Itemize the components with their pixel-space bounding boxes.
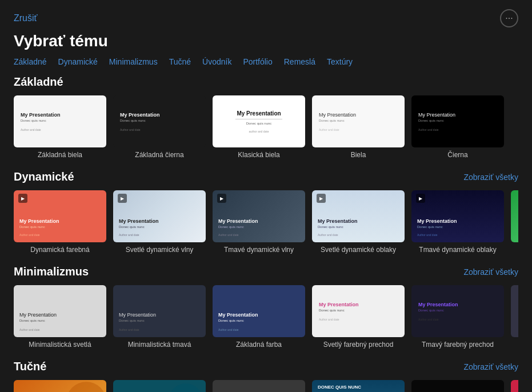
theme-label-tmave-dynamicke-oblaky: Tmavé dynamické oblaky: [419, 246, 496, 254]
section-dynamic-header: Dynamické Zobraziť všetky: [14, 170, 518, 183]
theme-label-minimalisticka-tmava: Minimalistická tmavá: [128, 341, 191, 349]
section-bold-title: Tučné: [14, 360, 46, 373]
section-minimal: Minimalizmus Zobraziť všetky My Presenta…: [0, 265, 532, 360]
theme-zakladna-farba[interactable]: My Presentation Donec quis nunc Author a…: [213, 285, 305, 349]
more-options-button[interactable]: ···: [500, 9, 518, 27]
theme-bold-5[interactable]: DONEC QUIS NUNC MY PRESENTATION: [411, 380, 504, 392]
theme-klasicka-biela[interactable]: My Presentation Donec quis nunc author a…: [213, 95, 305, 159]
theme-label-cierna: Čierna: [447, 151, 467, 159]
theme-thumb-svetly-farebny-prechod: My Presentation Donec quis nunc Author a…: [312, 285, 405, 337]
theme-tmavy-farebny-prechod[interactable]: My Presentation Donec quis nunc Author a…: [411, 285, 504, 349]
theme-thumb-minimalisticka-svetla: My Presentation Donec quis nunc Author a…: [14, 285, 106, 337]
theme-label-svetle-dynamicke-vlny: Svetlé dynamické vlny: [126, 246, 194, 254]
theme-thumb-dynamic-extra: [511, 190, 518, 242]
theme-thumb-bold-1: MYPRESENTATION: [14, 380, 106, 392]
section-bold: Tučné Zobraziť všetky MYPRESENTATION MYP…: [0, 360, 532, 392]
minimal-themes-row: My Presentation Donec quis nunc Author a…: [14, 285, 518, 349]
theme-thumb-cierna: My Presentation Donec quis nunc Author a…: [411, 95, 504, 147]
theme-label-zakladna-farba: Základná farba: [236, 341, 282, 349]
tab-uvodnik[interactable]: Úvodník: [202, 57, 231, 66]
theme-thumb-tmave-dynamicke-vlny: ▶ My Presentation Donec quis nunc Author…: [213, 190, 305, 242]
section-basic: Základné My Presentation Donec quis nunc…: [0, 75, 532, 170]
theme-thumb-bold-3: MY PRESENTATION: [213, 380, 305, 392]
theme-bold-extra[interactable]: [511, 380, 518, 392]
theme-bold-4[interactable]: Donec quis nunc DONEC QUIS NUNC: [312, 380, 405, 392]
theme-label-tmavy-farebny-prechod: Tmavý farebný prechod: [422, 341, 494, 349]
theme-dynamicka-farebna[interactable]: ▶ My Presentation Donec quis nunc Author…: [14, 190, 106, 254]
page-title: Vybrať tému: [0, 32, 532, 57]
theme-svetle-dynamicke-oblaky[interactable]: ▶ My Presentation Donec quis nunc Author…: [312, 190, 405, 254]
theme-thumb-minimalisticka-tmava: My Presentation Donec quis nunc Author a…: [113, 285, 206, 337]
play-icon-3: ▶: [217, 194, 226, 203]
theme-thumb-zakladna-farba: My Presentation Donec quis nunc Author a…: [213, 285, 305, 337]
theme-svetly-farebny-prechod[interactable]: My Presentation Donec quis nunc Author a…: [312, 285, 405, 349]
theme-label-tmave-dynamicke-vlny: Tmavé dynamické vlny: [224, 246, 294, 254]
theme-thumb-minimal-extra: [511, 285, 518, 337]
category-nav: Základné Dynamické Minimalizmus Tučné Úv…: [0, 57, 532, 75]
theme-tmave-dynamicke-vlny[interactable]: ▶ My Presentation Donec quis nunc Author…: [213, 190, 305, 254]
theme-thumb-bold-5: DONEC QUIS NUNC MY PRESENTATION: [411, 380, 504, 392]
theme-label-minimalisticka-svetla: Minimalistická svetlá: [29, 341, 91, 349]
theme-svetle-dynamicke-vlny[interactable]: ▶ My Presentation Donec quis nunc Author…: [113, 190, 206, 254]
theme-bold-3[interactable]: MY PRESENTATION: [213, 380, 305, 392]
dynamic-themes-row: ▶ My Presentation Donec quis nunc Author…: [14, 190, 518, 254]
theme-dynamic-extra[interactable]: [511, 190, 518, 254]
theme-thumb-bold-4: Donec quis nunc DONEC QUIS NUNC: [312, 380, 405, 392]
section-minimal-title: Minimalizmus: [14, 265, 89, 278]
theme-label-dynamicka-farebna: Dynamická farebná: [30, 246, 89, 254]
show-all-dynamic-button[interactable]: Zobraziť všetky: [464, 173, 519, 182]
section-bold-header: Tučné Zobraziť všetky: [14, 360, 518, 373]
theme-bold-1[interactable]: MYPRESENTATION: [14, 380, 106, 392]
theme-zakladna-cierna[interactable]: My Presentation Donec quis nunc Author a…: [113, 95, 206, 159]
show-all-minimal-button[interactable]: Zobraziť všetky: [464, 267, 519, 277]
tab-minimalizmus[interactable]: Minimalizmus: [109, 57, 158, 66]
theme-tmave-dynamicke-oblaky[interactable]: ▶ My Presentation Donec quis nunc Author…: [411, 190, 504, 254]
tab-tucne[interactable]: Tučné: [169, 57, 191, 66]
tab-dynamicke[interactable]: Dynamické: [58, 57, 98, 66]
theme-bold-2[interactable]: MYPRESENTATION: [113, 380, 206, 392]
tab-textury[interactable]: Textúry: [327, 57, 353, 66]
section-dynamic-title: Dynamické: [14, 170, 74, 183]
theme-thumb-bold-2: MYPRESENTATION: [113, 380, 206, 392]
bold-themes-row: MYPRESENTATION MYPRESENTATION MY PRESENT…: [14, 380, 518, 392]
play-icon-5: ▶: [416, 194, 425, 203]
theme-thumb-dynamicka-farebna: ▶ My Presentation Donec quis nunc Author…: [14, 190, 106, 242]
theme-label-zakladna-cierna: Základná čierna: [135, 151, 183, 159]
theme-thumb-zakladna-biela: My Presentation Donec quis nunc Author a…: [14, 95, 106, 147]
tab-remesla[interactable]: Remeslá: [284, 57, 315, 66]
theme-thumb-tmave-dynamicke-oblaky: ▶ My Presentation Donec quis nunc Author…: [411, 190, 504, 242]
theme-label-biela: Biela: [351, 151, 366, 159]
theme-thumb-zakladna-cierna: My Presentation Donec quis nunc Author a…: [113, 95, 206, 147]
basic-themes-row: My Presentation Donec quis nunc Author a…: [14, 95, 518, 159]
play-icon-4: ▶: [317, 194, 326, 203]
theme-biela[interactable]: My Presentation Donec quis nunc Author a…: [312, 95, 405, 159]
section-basic-header: Základné: [14, 75, 518, 89]
theme-minimal-extra[interactable]: [511, 285, 518, 349]
theme-minimalisticka-tmava[interactable]: My Presentation Donec quis nunc Author a…: [113, 285, 206, 349]
section-basic-title: Základné: [14, 75, 63, 89]
cancel-button[interactable]: Zrušiť: [14, 13, 38, 23]
section-minimal-header: Minimalizmus Zobraziť všetky: [14, 265, 518, 278]
theme-thumb-tmavy-farebny-prechod: My Presentation Donec quis nunc Author a…: [411, 285, 504, 337]
tab-zakladne[interactable]: Základné: [14, 57, 47, 66]
theme-minimalisticka-svetla[interactable]: My Presentation Donec quis nunc Author a…: [14, 285, 106, 349]
more-icon: ···: [505, 13, 513, 23]
header: Zrušiť ···: [0, 0, 532, 32]
tab-portfolio[interactable]: Portfólio: [243, 57, 272, 66]
theme-label-zakladna-biela: Základná biela: [38, 151, 82, 159]
theme-thumb-biela: My Presentation Donec quis nunc Author a…: [312, 95, 405, 147]
play-icon: ▶: [18, 194, 27, 203]
theme-label-klasicka-biela: Klasická biela: [238, 151, 279, 159]
theme-thumb-svetle-dynamicke-oblaky: ▶ My Presentation Donec quis nunc Author…: [312, 190, 405, 242]
show-all-bold-button[interactable]: Zobraziť všetky: [464, 362, 519, 371]
theme-cierna[interactable]: My Presentation Donec quis nunc Author a…: [411, 95, 504, 159]
theme-thumb-bold-extra: [511, 380, 518, 392]
play-icon-2: ▶: [118, 194, 127, 203]
theme-label-svetle-dynamicke-oblaky: Svetlé dynamické oblaky: [321, 246, 396, 254]
theme-zakladna-biela[interactable]: My Presentation Donec quis nunc Author a…: [14, 95, 106, 159]
section-dynamic: Dynamické Zobraziť všetky ▶ My Presentat…: [0, 170, 532, 265]
theme-thumb-svetle-dynamicke-vlny: ▶ My Presentation Donec quis nunc Author…: [113, 190, 206, 242]
theme-thumb-klasicka-biela: My Presentation Donec quis nunc author a…: [213, 95, 305, 147]
theme-label-svetly-farebny-prechod: Svetlý farebný prechod: [323, 341, 394, 349]
